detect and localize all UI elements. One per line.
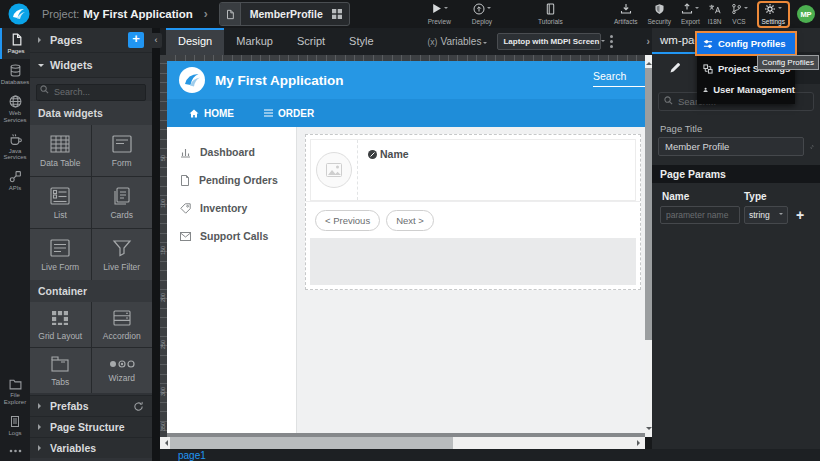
next-button[interactable]: Next > bbox=[386, 210, 434, 231]
scroll-up-arrow-icon bbox=[646, 59, 652, 65]
collapse-left-panel-button[interactable]: ‹ bbox=[150, 33, 162, 48]
top-bar: Project: My First Application › MemberPr… bbox=[0, 0, 820, 28]
tab-design[interactable]: Design bbox=[166, 28, 224, 55]
horizontal-scrollbar-thumb[interactable] bbox=[170, 437, 453, 449]
user-icon bbox=[703, 85, 708, 95]
sidebar-item-file-explorer[interactable]: File Explorer bbox=[0, 373, 30, 410]
widget-tile-wizard[interactable]: Wizard bbox=[92, 348, 153, 393]
more-options-button[interactable] bbox=[0, 441, 30, 461]
caret-right-icon bbox=[38, 37, 44, 43]
pages-grid-icon[interactable] bbox=[332, 9, 342, 19]
widgets-accordion-header[interactable]: Widgets bbox=[30, 53, 152, 78]
param-type-select[interactable]: string bbox=[744, 206, 788, 224]
widget-tile-data-table[interactable]: Data Table bbox=[30, 125, 91, 176]
params-column-headers: Name Type bbox=[652, 183, 820, 206]
page-title-row bbox=[652, 137, 820, 156]
canvas-horizontal-scrollbar[interactable] bbox=[160, 437, 645, 449]
chevron-down-icon bbox=[744, 7, 748, 11]
config-profiles-icon bbox=[703, 39, 713, 49]
user-avatar[interactable]: MP bbox=[797, 5, 815, 23]
widget-tile-live-form[interactable]: Live Form bbox=[30, 229, 91, 280]
widget-tile-list[interactable]: List bbox=[30, 177, 91, 228]
sidebar-item-logs[interactable]: Logs bbox=[0, 410, 30, 441]
menu-item-dashboard[interactable]: Dashboard bbox=[167, 138, 296, 166]
i18n-button[interactable]: I18N bbox=[708, 3, 722, 25]
add-page-button[interactable]: + bbox=[128, 32, 144, 48]
variables-icon: (x) bbox=[428, 37, 438, 47]
vertical-scrollbar-thumb[interactable] bbox=[645, 68, 652, 340]
coffee-icon bbox=[9, 133, 22, 146]
settings-button[interactable]: Settings bbox=[762, 3, 786, 25]
variables-accordion-header[interactable]: Variables bbox=[30, 437, 152, 458]
nav-item-order[interactable]: ORDER bbox=[264, 108, 314, 119]
header-search-input[interactable]: Search bbox=[593, 70, 645, 87]
preview-button[interactable]: Preview bbox=[428, 3, 451, 25]
play-icon bbox=[431, 3, 442, 14]
vcs-button[interactable]: VCS bbox=[731, 3, 748, 25]
page-title-input[interactable] bbox=[658, 137, 804, 156]
tutorials-button[interactable]: Tutorials bbox=[538, 3, 563, 25]
page-tab-memberprofile[interactable]: MemberProfile bbox=[219, 2, 350, 26]
data-widgets-grid: Data Table Form List Cards Live Form Liv… bbox=[30, 125, 152, 280]
device-selector[interactable]: Laptop with MDPI Screen bbox=[497, 33, 601, 50]
widget-tile-live-filter[interactable]: Live Filter bbox=[92, 229, 153, 280]
expand-right-panel-button[interactable]: › bbox=[646, 36, 649, 47]
widget-tile-tabs[interactable]: Tabs bbox=[30, 348, 91, 393]
sidebar-item-web-services[interactable]: Web Services bbox=[0, 90, 30, 128]
deploy-button[interactable]: Deploy bbox=[472, 3, 492, 25]
pages-accordion-header[interactable]: Pages + bbox=[30, 28, 152, 53]
menu-item-inventory[interactable]: Inventory bbox=[167, 194, 296, 222]
list-widget-container[interactable]: Name < Previous Next > bbox=[305, 134, 641, 290]
widget-tile-form[interactable]: Form bbox=[92, 125, 153, 176]
artifacts-button[interactable]: Artifacts bbox=[614, 3, 637, 25]
menu-item-user-management[interactable]: User Management bbox=[697, 79, 795, 100]
bind-link-icon[interactable] bbox=[810, 141, 814, 153]
panel-divider bbox=[152, 28, 160, 461]
menu-item-pending-orders[interactable]: Pending Orders bbox=[167, 166, 296, 194]
caret-right-icon bbox=[38, 445, 44, 451]
tab-script[interactable]: Script bbox=[285, 28, 337, 55]
menu-item-support-calls[interactable]: Support Calls bbox=[167, 222, 296, 250]
chevron-down-icon bbox=[487, 7, 491, 11]
scroll-down-arrow-icon bbox=[646, 427, 652, 433]
widget-tile-cards[interactable]: Cards bbox=[92, 177, 153, 228]
canvas-page[interactable]: My First Application Search HOME ORDER D… bbox=[167, 61, 645, 433]
sidebar-item-apis[interactable]: APIs bbox=[0, 165, 30, 196]
canvas-vertical-scrollbar[interactable] bbox=[645, 55, 652, 437]
status-bar: page1 bbox=[160, 449, 820, 461]
export-button[interactable]: Export bbox=[681, 3, 700, 25]
widget-tile-grid-layout[interactable]: Grid Layout bbox=[30, 302, 91, 347]
app-logo-icon bbox=[179, 67, 205, 93]
api-connector-icon bbox=[9, 170, 22, 183]
globe-icon bbox=[9, 95, 22, 108]
add-param-button[interactable]: + bbox=[796, 208, 804, 222]
security-button[interactable]: Security bbox=[647, 3, 670, 25]
app-header[interactable]: My First Application Search bbox=[167, 61, 645, 99]
live-filter-icon bbox=[111, 238, 133, 258]
more-menu-button[interactable] bbox=[610, 35, 613, 48]
sidebar-item-pages[interactable]: Pages bbox=[0, 28, 30, 59]
sidebar-item-databases[interactable]: Databases bbox=[0, 59, 30, 90]
tab-properties-edit[interactable] bbox=[652, 52, 698, 84]
app-nav-bar: HOME ORDER bbox=[167, 99, 645, 127]
sidebar-item-java-services[interactable]: Java Services bbox=[0, 128, 30, 166]
previous-button[interactable]: < Previous bbox=[315, 210, 380, 231]
image-placeholder-icon bbox=[316, 152, 352, 188]
tab-markup[interactable]: Markup bbox=[224, 28, 285, 55]
pencil-icon bbox=[669, 62, 681, 74]
name-cell: Name bbox=[358, 140, 409, 200]
variables-menu-button[interactable]: (x) Variables bbox=[428, 36, 488, 47]
list-item[interactable]: Name bbox=[310, 139, 636, 201]
nav-item-home[interactable]: HOME bbox=[189, 108, 234, 119]
prefabs-accordion-header[interactable]: Prefabs bbox=[30, 395, 152, 416]
widget-search bbox=[30, 78, 152, 101]
live-form-icon bbox=[49, 238, 71, 258]
widget-tile-accordion[interactable]: Accordion bbox=[92, 302, 153, 347]
status-page-tab[interactable]: page1 bbox=[178, 450, 206, 461]
param-name-input[interactable] bbox=[660, 206, 740, 224]
tab-style[interactable]: Style bbox=[337, 28, 385, 55]
page-structure-accordion-header[interactable]: Page Structure bbox=[30, 416, 152, 437]
breadcrumb-chevron-icon: › bbox=[204, 7, 208, 21]
menu-item-config-profiles[interactable]: Config Profiles bbox=[697, 33, 795, 54]
widget-search-input[interactable] bbox=[36, 84, 146, 101]
